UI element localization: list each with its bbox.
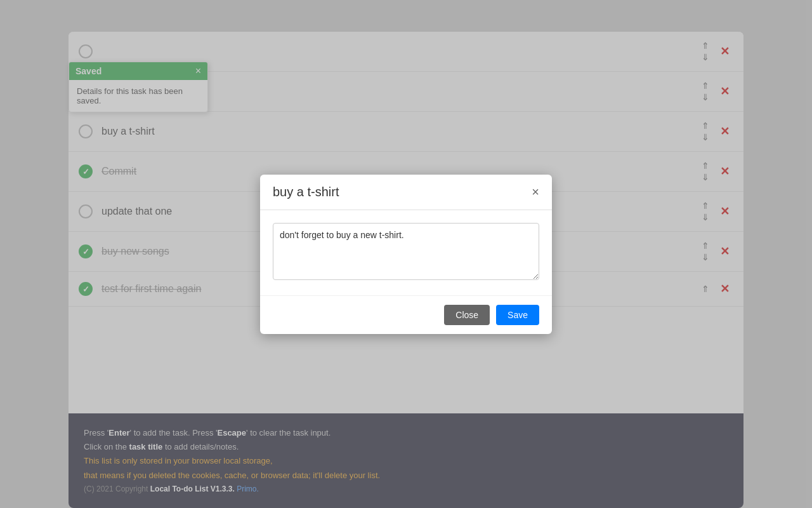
modal-header: buy a t-shirt × [260, 175, 552, 210]
modal-close-button[interactable]: × [532, 185, 539, 198]
modal-title: buy a t-shirt [273, 185, 339, 199]
modal-footer: Close Save [260, 295, 552, 334]
modal-close-action-button[interactable]: Close [444, 305, 490, 325]
modal-body [260, 210, 552, 295]
task-detail-modal: buy a t-shirt × Close Save [260, 175, 552, 334]
task-notes-textarea[interactable] [273, 223, 539, 280]
modal-overlay[interactable]: buy a t-shirt × Close Save [0, 0, 812, 508]
modal-save-button[interactable]: Save [496, 305, 539, 325]
